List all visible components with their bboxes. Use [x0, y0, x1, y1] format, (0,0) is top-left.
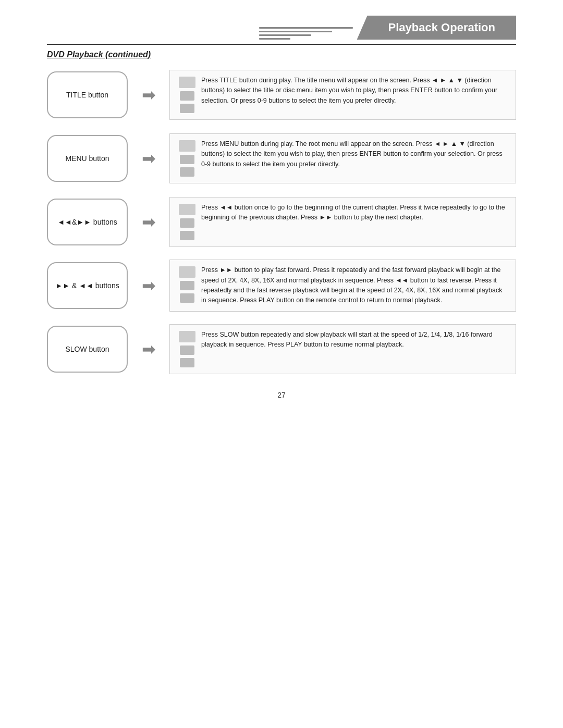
dvd-icon-3: [180, 167, 194, 177]
section-divider: [47, 44, 516, 45]
right-arrow-icon: ➡: [142, 149, 156, 168]
header-line-3: [259, 34, 311, 36]
instruction-row-ff-rew: ►► & ◄◄ buttons ➡ Press ►► button to pla…: [47, 260, 516, 312]
ff-rew-button-label: ►► & ◄◄ buttons: [47, 262, 128, 309]
arrow-prev-next: ➡: [128, 212, 169, 232]
page-number: 27: [47, 391, 516, 399]
dvd-icon-3: [180, 358, 194, 367]
dvd-icon-2: [180, 91, 194, 101]
dvd-icons-prev-next: [177, 203, 197, 241]
slow-button-label: SLOW button: [47, 326, 128, 373]
menu-description-area: Press MENU button during play. The root …: [169, 133, 516, 183]
ff-rew-description-text: Press ►► button to play fast forward. Pr…: [201, 265, 508, 306]
title-button-label: TITLE button: [47, 71, 128, 118]
dvd-icon-1: [179, 77, 195, 88]
dvd-icon-1: [179, 331, 195, 342]
ff-rew-description-area: Press ►► button to play fast forward. Pr…: [169, 260, 516, 312]
prev-next-button-label: ◄◄&►► buttons: [47, 199, 128, 245]
arrow-ff-rew: ➡: [128, 276, 169, 295]
prev-next-description-text: Press ◄◄ button once to go to the beginn…: [201, 203, 508, 223]
right-arrow-icon: ➡: [142, 339, 156, 359]
instruction-row-slow: SLOW button ➡ Press SLOW button repeated…: [47, 323, 516, 375]
title-description-area: Press TITLE button during play. The titl…: [169, 70, 516, 120]
instruction-row-menu: MENU button ➡ Press MENU button during p…: [47, 132, 516, 184]
dvd-icons-menu: [177, 139, 197, 178]
slow-description-text: Press SLOW button repeatedly and slow pl…: [201, 330, 508, 350]
section-heading: DVD Playback (continued): [47, 50, 516, 59]
page-header: Playback Operation: [47, 16, 516, 40]
dvd-icon-1: [179, 140, 195, 152]
arrow-menu: ➡: [128, 149, 169, 168]
header-line-1: [259, 27, 353, 29]
right-arrow-icon: ➡: [142, 212, 156, 232]
dvd-icon-1: [179, 266, 195, 278]
instruction-row-prev-next: ◄◄&►► buttons ➡ Press ◄◄ button once to …: [47, 196, 516, 248]
dvd-icon-1: [179, 204, 195, 215]
header-line-4: [259, 38, 290, 40]
dvd-icons-title: [177, 76, 197, 114]
dvd-icon-3: [180, 293, 194, 303]
right-arrow-icon: ➡: [142, 276, 156, 295]
dvd-icons-ff-rew: [177, 265, 197, 304]
header-decoration: [259, 27, 353, 40]
dvd-icon-3: [180, 104, 194, 113]
dvd-icon-2: [180, 346, 194, 355]
prev-next-description-area: Press ◄◄ button once to go to the beginn…: [169, 197, 516, 247]
slow-description-area: Press SLOW button repeatedly and slow pl…: [169, 324, 516, 374]
dvd-icon-2: [180, 281, 194, 290]
dvd-icon-2: [180, 155, 194, 164]
dvd-icons-slow: [177, 330, 197, 368]
title-description-text: Press TITLE button during play. The titl…: [201, 76, 508, 106]
dvd-icon-3: [180, 231, 194, 240]
dvd-icon-2: [180, 218, 194, 228]
right-arrow-icon: ➡: [142, 85, 156, 105]
arrow-slow: ➡: [128, 339, 169, 359]
menu-description-text: Press MENU button during play. The root …: [201, 139, 508, 169]
page-title: Playback Operation: [357, 16, 516, 40]
menu-button-label: MENU button: [47, 135, 128, 182]
header-line-2: [259, 31, 332, 32]
instruction-row-title: TITLE button ➡ Press TITLE button during…: [47, 69, 516, 121]
arrow-title: ➡: [128, 85, 169, 105]
